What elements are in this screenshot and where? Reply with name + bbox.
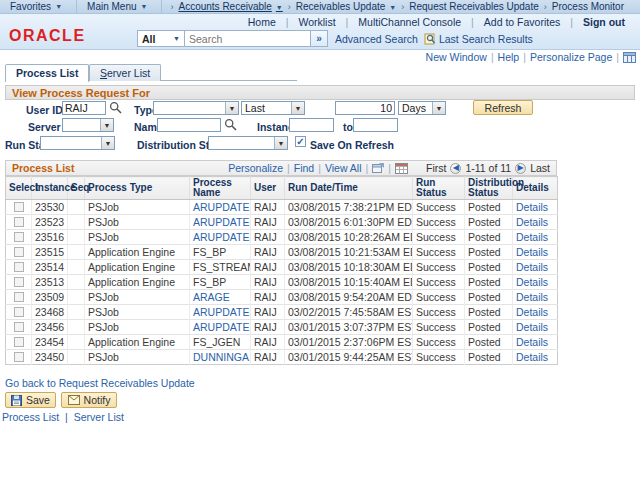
footer-server-list-link[interactable]: Server List (74, 411, 124, 423)
breadcrumb-item-accounts-receivable[interactable]: Accounts Receivable▼ (178, 1, 282, 12)
row-select-checkbox[interactable] (14, 322, 24, 332)
pager-last-label[interactable]: Last (530, 162, 550, 174)
cell-run-status: Success (413, 245, 465, 260)
cell-process-name[interactable]: ARUPDATE (193, 321, 249, 333)
tab-process-list[interactable]: Process List (5, 64, 89, 82)
details-link[interactable]: Details (516, 261, 548, 273)
search-scope-select[interactable]: All ▼ (137, 30, 185, 47)
pager-next-icon[interactable]: ▶ (515, 163, 526, 174)
table-row: 23516 PSJob ARUPDATE RAIJ 03/08/2015 10:… (6, 230, 558, 245)
save-button[interactable]: Save (5, 392, 56, 408)
days-unit-select[interactable]: Days ▼ (398, 101, 446, 115)
row-select-checkbox[interactable] (14, 247, 24, 257)
details-link[interactable]: Details (516, 246, 548, 258)
instance-from-input[interactable] (289, 118, 334, 132)
footer-links: Process List | Server List (2, 411, 124, 423)
cell-process-name[interactable]: ARUPDATE (193, 306, 249, 318)
download-to-excel-icon[interactable] (395, 163, 408, 174)
details-link[interactable]: Details (516, 216, 548, 228)
row-select-checkbox[interactable] (14, 352, 24, 362)
row-select-checkbox[interactable] (14, 277, 24, 287)
row-select-checkbox[interactable] (14, 202, 24, 212)
save-on-refresh-checkbox[interactable]: ✓ (295, 136, 306, 147)
multichannel-console-link[interactable]: MultiChannel Console (348, 16, 471, 28)
cell-process-name[interactable]: ARUPDATE (193, 216, 249, 228)
chevron-down-icon: ▼ (432, 102, 445, 114)
personalize-page-link[interactable]: Personalize Page (530, 51, 612, 63)
cell-process-name[interactable]: ARAGE (193, 291, 230, 303)
chevron-down-icon: ▼ (291, 102, 304, 114)
row-select-checkbox[interactable] (14, 307, 24, 317)
user-id-input[interactable] (62, 101, 106, 115)
cell-process-name[interactable]: FS_BP (193, 246, 226, 258)
cell-process-name[interactable]: ARUPDATE (193, 201, 249, 213)
type-select[interactable]: ▼ (153, 101, 239, 115)
breadcrumb-item-receivables-update[interactable]: Receivables Update▼ (296, 1, 396, 12)
main-menu[interactable]: Main Menu ▼ (77, 0, 162, 14)
details-link[interactable]: Details (516, 306, 548, 318)
cell-instance: 23454 (32, 335, 68, 350)
cell-seq (68, 200, 85, 215)
details-link[interactable]: Details (516, 336, 548, 348)
last-search-results-link[interactable]: Last Search Results (424, 33, 533, 45)
go-back-link[interactable]: Go back to Request Receivables Update (5, 377, 195, 389)
cell-process-type: PSJob (85, 350, 190, 365)
server-select[interactable]: ▼ (62, 118, 114, 132)
add-to-favorites-link[interactable]: Add to Favorites (474, 16, 570, 28)
details-link[interactable]: Details (516, 321, 548, 333)
row-select-checkbox[interactable] (14, 262, 24, 272)
cell-run-status: Success (413, 320, 465, 335)
favorites-menu[interactable]: Favorites ▼ (0, 0, 77, 14)
cell-seq (68, 215, 85, 230)
range-select[interactable]: Last ▼ (241, 101, 305, 115)
row-select-checkbox[interactable] (14, 232, 24, 242)
process-name-input[interactable] (157, 118, 221, 132)
worklist-link[interactable]: Worklist (288, 16, 345, 28)
search-submit-button[interactable]: » (311, 30, 328, 47)
copy-url-icon[interactable] (623, 52, 636, 63)
cell-process-name[interactable]: DUNNINGA (193, 351, 249, 363)
details-link[interactable]: Details (516, 291, 548, 303)
run-status-select[interactable]: ▼ (40, 136, 115, 150)
breadcrumb-item-request-receivables-update[interactable]: Request Receivables Update (409, 1, 539, 12)
cell-process-name[interactable]: FS_JGEN (193, 336, 240, 348)
row-select-checkbox[interactable] (14, 292, 24, 302)
name-lookup-icon[interactable] (224, 118, 237, 131)
sign-out-link[interactable]: Sign out (573, 16, 635, 28)
cell-process-name[interactable]: ARUPDATE (193, 231, 249, 243)
find-link[interactable]: Find (294, 162, 314, 174)
row-select-checkbox[interactable] (14, 337, 24, 347)
notify-button[interactable]: Notify (61, 392, 117, 408)
tab-strip: Process List Server List (5, 64, 297, 81)
details-link[interactable]: Details (516, 276, 548, 288)
pager-first-label[interactable]: First (426, 162, 446, 174)
help-link[interactable]: Help (498, 51, 520, 63)
view-all-link[interactable]: View All (325, 162, 362, 174)
cell-distribution-status: Posted (465, 305, 513, 320)
distribution-status-select[interactable]: ▼ (208, 136, 288, 150)
details-link[interactable]: Details (516, 201, 548, 213)
advanced-search-link[interactable]: Advanced Search (335, 33, 418, 45)
footer-process-list-link[interactable]: Process List (2, 411, 59, 423)
search-input[interactable] (185, 30, 311, 47)
home-link[interactable]: Home (238, 16, 286, 28)
user-id-lookup-icon[interactable] (109, 101, 122, 114)
pager-prev-icon[interactable]: ◀ (450, 163, 461, 174)
tab-server-list[interactable]: Server List (89, 64, 161, 81)
personalize-link[interactable]: Personalize (228, 162, 283, 174)
days-count-input[interactable] (335, 101, 395, 115)
details-link[interactable]: Details (516, 351, 548, 363)
cell-process-name[interactable]: FS_BP (193, 276, 226, 288)
cell-run-datetime: 03/01/2015 9:44:25AM EST (285, 350, 413, 365)
cell-process-name[interactable]: FS_STREAMLN (193, 261, 251, 273)
cell-run-status: Success (413, 230, 465, 245)
refresh-button[interactable]: Refresh (473, 100, 533, 115)
process-list-grid-bar: Process List Personalize | Find | View A… (5, 160, 557, 176)
details-link[interactable]: Details (516, 231, 548, 243)
instance-to-input[interactable] (353, 118, 398, 132)
new-window-link[interactable]: New Window (426, 51, 487, 63)
cell-instance: 23450 (32, 350, 68, 365)
zoom-grid-icon[interactable] (372, 163, 384, 173)
cell-distribution-status: Posted (465, 275, 513, 290)
row-select-checkbox[interactable] (14, 217, 24, 227)
